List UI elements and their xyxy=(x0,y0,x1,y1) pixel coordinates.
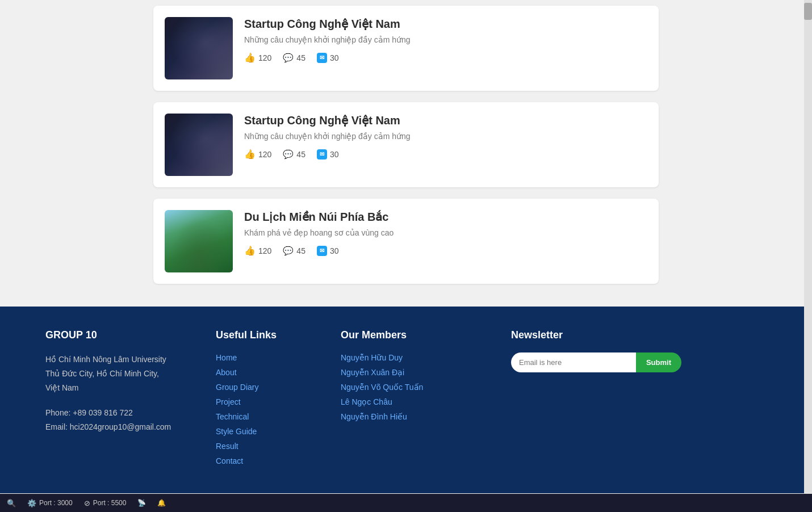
post-shares-3: ✉ 30 xyxy=(317,246,339,256)
footer: GROUP 10 Hồ Chí Minh Nông Lâm University… xyxy=(0,307,812,493)
post-desc-2: Những câu chuyện khởi nghiệp đầy cảm hứn… xyxy=(244,132,647,141)
shares-count: 30 xyxy=(330,53,339,62)
post-stats-3: 👍 120 💬 45 ✉ 30 xyxy=(244,245,647,256)
member-item: Lê Ngọc Châu xyxy=(341,397,500,407)
footer-brand-title: GROUP 10 xyxy=(45,329,204,341)
post-desc-1: Những câu chuyện khởi nghiệp đầy cảm hứn… xyxy=(244,35,647,44)
address-line3: Việt Nam xyxy=(45,383,79,392)
post-thumbnail-2 xyxy=(165,114,233,176)
post-stats-2: 👍 120 💬 45 ✉ 30 xyxy=(244,149,647,160)
members-title: Our Members xyxy=(341,329,500,341)
member-item: Nguyễn Đình Hiếu xyxy=(341,412,500,422)
shares-count: 30 xyxy=(330,246,339,255)
post-info-2: Startup Công Nghệ Việt Nam Những câu chu… xyxy=(244,114,647,160)
phone-label: Phone: xyxy=(45,408,70,417)
thumb-icon: 👍 xyxy=(244,245,256,256)
comment-icon: 💬 xyxy=(283,149,294,160)
footer-link-item: Result xyxy=(216,441,329,451)
member-item: Nguyễn Hữu Duy xyxy=(341,352,500,363)
useful-links-title: Useful Links xyxy=(216,329,329,341)
member-link[interactable]: Nguyễn Xuân Đại xyxy=(341,368,404,377)
footer-link-item: Style Guide xyxy=(216,426,329,437)
post-card-2: Startup Công Nghệ Việt Nam Những câu chu… xyxy=(153,102,659,187)
post-title-3: Du Lịch Miền Núi Phía Bắc xyxy=(244,210,647,224)
post-comments-1: 💬 45 xyxy=(283,53,305,63)
post-desc-3: Khám phá vẻ đẹp hoang sơ của vùng cao xyxy=(244,228,647,237)
thumb-icon: 👍 xyxy=(244,52,256,63)
post-likes-1: 👍 120 xyxy=(244,52,271,63)
footer-link-group-diary[interactable]: Group Diary xyxy=(216,383,258,392)
useful-links-list: HomeAboutGroup DiaryProjectTechnicalStyl… xyxy=(216,352,329,466)
email-address: hci2024group10@gmail.com xyxy=(70,422,171,431)
address-line2: Thủ Đức City, Hồ Chí Minh City, xyxy=(45,369,159,378)
post-comments-2: 💬 45 xyxy=(283,149,305,160)
member-link[interactable]: Nguyễn Hữu Duy xyxy=(341,353,403,362)
members-list: Nguyễn Hữu DuyNguyễn Xuân ĐạiNguyễn Võ Q… xyxy=(341,352,500,422)
share-icon: ✉ xyxy=(317,149,327,160)
post-stats-1: 👍 120 💬 45 ✉ 30 xyxy=(244,52,647,63)
share-icon: ✉ xyxy=(317,246,327,256)
member-item: Nguyễn Xuân Đại xyxy=(341,367,500,377)
footer-link-result[interactable]: Result xyxy=(216,442,238,451)
post-likes-3: 👍 120 xyxy=(244,245,271,256)
post-info-3: Du Lịch Miền Núi Phía Bắc Khám phá vẻ đẹ… xyxy=(244,210,647,256)
post-thumbnail-3 xyxy=(165,210,233,272)
phone-number: +89 039 816 722 xyxy=(73,408,133,417)
likes-count: 120 xyxy=(258,246,271,255)
post-shares-2: ✉ 30 xyxy=(317,149,339,160)
comment-icon: 💬 xyxy=(283,246,294,256)
post-title-1: Startup Công Nghệ Việt Nam xyxy=(244,17,647,31)
email-label: Email: xyxy=(45,422,68,431)
post-shares-1: ✉ 30 xyxy=(317,53,339,63)
footer-link-item: Contact xyxy=(216,456,329,466)
newsletter-form: Submit xyxy=(511,352,681,372)
newsletter-title: Newsletter xyxy=(511,329,681,341)
footer-link-item: Home xyxy=(216,352,329,363)
footer-contact: Phone: +89 039 816 722 Email: hci2024gro… xyxy=(45,406,204,434)
footer-link-about[interactable]: About xyxy=(216,368,237,377)
footer-link-item: Group Diary xyxy=(216,382,329,392)
post-card-1: Startup Công Nghệ Việt Nam Những câu chu… xyxy=(153,6,659,91)
newsletter-email-input[interactable] xyxy=(511,352,636,372)
footer-link-style-guide[interactable]: Style Guide xyxy=(216,427,257,436)
member-link[interactable]: Lê Ngọc Châu xyxy=(341,397,392,406)
footer-link-contact[interactable]: Contact xyxy=(216,456,243,465)
footer-members-col: Our Members Nguyễn Hữu DuyNguyễn Xuân Đạ… xyxy=(341,329,500,471)
post-info-1: Startup Công Nghệ Việt Nam Những câu chu… xyxy=(244,17,647,63)
member-link[interactable]: Nguyễn Võ Quốc Tuấn xyxy=(341,383,423,392)
comments-count: 45 xyxy=(296,246,305,255)
thumb-icon: 👍 xyxy=(244,149,256,160)
comments-count: 45 xyxy=(296,53,305,62)
comment-icon: 💬 xyxy=(283,53,294,63)
footer-address: Hồ Chí Minh Nông Lâm University Thủ Đức … xyxy=(45,352,204,396)
footer-link-item: Project xyxy=(216,397,329,407)
footer-newsletter-col: Newsletter Submit xyxy=(511,329,681,471)
main-content: Startup Công Nghệ Việt Nam Những câu chu… xyxy=(0,0,812,307)
shares-count: 30 xyxy=(330,150,339,159)
footer-link-technical[interactable]: Technical xyxy=(216,412,249,421)
newsletter-submit-button[interactable]: Submit xyxy=(636,352,681,372)
scrollbar-track[interactable] xyxy=(804,0,812,493)
post-likes-2: 👍 120 xyxy=(244,149,271,160)
address-line1: Hồ Chí Minh Nông Lâm University xyxy=(45,355,166,364)
share-icon: ✉ xyxy=(317,53,327,63)
footer-link-item: About xyxy=(216,367,329,377)
footer-link-project[interactable]: Project xyxy=(216,397,241,406)
footer-brand-col: GROUP 10 Hồ Chí Minh Nông Lâm University… xyxy=(45,329,204,471)
footer-links-col: Useful Links HomeAboutGroup DiaryProject… xyxy=(216,329,329,471)
member-item: Nguyễn Võ Quốc Tuấn xyxy=(341,382,500,392)
post-thumbnail-1 xyxy=(165,17,233,79)
page-wrapper: Startup Công Nghệ Việt Nam Những câu chu… xyxy=(0,0,812,493)
post-comments-3: 💬 45 xyxy=(283,246,305,256)
scrollbar-thumb[interactable] xyxy=(804,3,812,20)
likes-count: 120 xyxy=(258,53,271,62)
footer-link-home[interactable]: Home xyxy=(216,353,237,362)
likes-count: 120 xyxy=(258,150,271,159)
footer-link-item: Technical xyxy=(216,412,329,422)
post-card-3: Du Lịch Miền Núi Phía Bắc Khám phá vẻ đẹ… xyxy=(153,199,659,284)
member-link[interactable]: Nguyễn Đình Hiếu xyxy=(341,412,407,421)
post-title-2: Startup Công Nghệ Việt Nam xyxy=(244,114,647,127)
comments-count: 45 xyxy=(296,150,305,159)
